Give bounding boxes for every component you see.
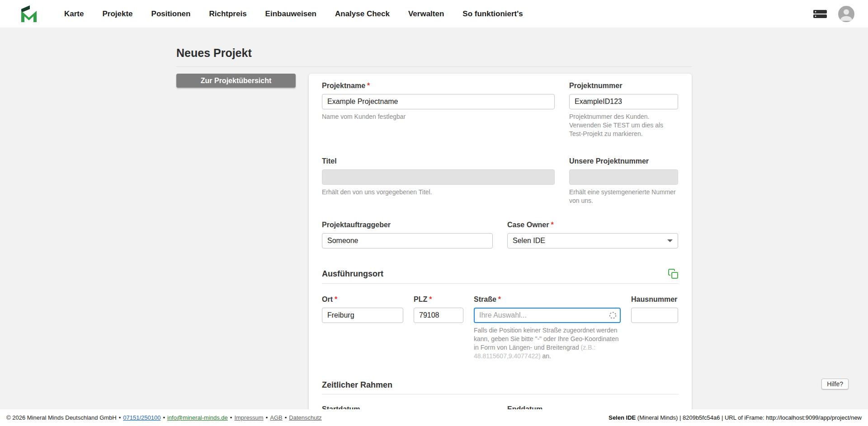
titel-input (322, 169, 555, 185)
main-content: Neues Projekt Zur Projektübersicht Proje… (0, 28, 868, 409)
footer-agb-link[interactable]: AGB (270, 414, 282, 421)
nav-right-actions (813, 6, 854, 22)
chevron-down-icon (667, 239, 673, 242)
footer-separator: • (163, 414, 165, 421)
section-divider (322, 394, 679, 394)
unsere-projektnummer-input (569, 169, 678, 185)
help-button[interactable]: Hilfe? (821, 379, 849, 389)
footer-phone-link[interactable]: 07151/250100 (123, 414, 160, 421)
main-menu: Karte Projekte Positionen Richtpreis Ein… (64, 9, 523, 19)
section-ausfuehrungsort: Ausführungsort Ort* (322, 268, 679, 360)
nav-item-einbauweisen[interactable]: Einbauweisen (265, 9, 316, 19)
title-divider (176, 66, 692, 67)
zeitlicher-rahmen-heading: Zeitlicher Rahmen (322, 380, 392, 390)
field-strasse: Straße* Falls (474, 295, 621, 360)
projektauftraggeber-input[interactable] (322, 233, 493, 248)
plz-input[interactable] (414, 308, 463, 323)
loading-spinner-icon (609, 312, 617, 319)
strasse-helper: Falls die Position keiner Straße zugeord… (474, 326, 621, 360)
footer-separator: • (230, 414, 232, 421)
field-projektauftraggeber: Projektauftraggeber (322, 221, 493, 248)
enddatum-label: Enddatum (507, 405, 678, 409)
strasse-label: Straße* (474, 295, 621, 304)
plz-label: PLZ* (414, 295, 463, 304)
top-nav: Karte Projekte Positionen Richtpreis Ein… (0, 0, 868, 28)
footer-left: © 2026 Mineral Minds Deutschland GmbH • … (6, 414, 322, 421)
footer-datenschutz-link[interactable]: Datenschutz (289, 414, 321, 421)
projektnummer-label: Projektnummer (569, 82, 678, 90)
projektauftraggeber-label: Projektauftraggeber (322, 221, 493, 229)
footer-email-link[interactable]: info@mineral-minds.de (167, 414, 228, 421)
footer-session-details: (Mineral Minds) | 8209b5fc54a6 | URL of … (636, 414, 862, 421)
nav-item-projekte[interactable]: Projekte (102, 9, 132, 19)
footer-impressum-link[interactable]: Impressum (234, 414, 263, 421)
projektname-input[interactable] (322, 94, 555, 109)
user-avatar-icon[interactable] (838, 6, 854, 22)
field-unsere-projektnummer: Unsere Projektnummer Erhält eine systemg… (569, 157, 678, 205)
nav-item-verwalten[interactable]: Verwalten (408, 9, 444, 19)
case-owner-label: Case Owner* (507, 221, 678, 229)
field-enddatum: Enddatum (507, 405, 678, 409)
section-zeitlicher-rahmen: Zeitlicher Rahmen Startdatum Enddat (322, 380, 679, 409)
required-marker: * (429, 295, 432, 303)
ausfuehrungsort-heading: Ausführungsort (322, 269, 383, 279)
required-marker: * (551, 221, 553, 229)
nav-item-positionen[interactable]: Positionen (151, 9, 191, 19)
titel-helper: Erhält den von uns vorgegebenen Titel. (322, 188, 555, 197)
field-projektname: Projektname* Name vom Kunden festlegbar (322, 82, 555, 138)
nav-item-karte[interactable]: Karte (64, 9, 84, 19)
strasse-input[interactable] (474, 308, 621, 323)
hausnummer-label: Hausnummer (631, 295, 678, 304)
field-ort: Ort* (322, 295, 403, 360)
projektnummer-input[interactable] (569, 94, 678, 109)
server-icon[interactable] (813, 9, 827, 19)
footer-user-name: Selen IDE (609, 414, 636, 421)
footer-separator: • (119, 414, 121, 421)
footer: © 2026 Mineral Minds Deutschland GmbH • … (0, 409, 868, 426)
unsere-projektnummer-helper: Erhält eine systemgenerierte Nummer von … (569, 188, 678, 205)
required-marker: * (367, 82, 370, 89)
section-divider (322, 283, 679, 284)
field-case-owner: Case Owner* Selen IDE (507, 221, 678, 248)
footer-session-info: Selen IDE (Mineral Minds) | 8209b5fc54a6… (609, 414, 862, 421)
required-marker: * (335, 295, 337, 303)
copy-icon[interactable] (668, 268, 679, 279)
mineral-minds-logo-icon[interactable] (19, 4, 39, 24)
ort-label: Ort* (322, 295, 403, 304)
startdatum-label: Startdatum (322, 405, 493, 409)
field-titel: Titel Erhält den von uns vorgegebenen Ti… (322, 157, 555, 205)
unsere-projektnummer-label: Unsere Projektnummer (569, 157, 678, 165)
required-marker: * (498, 295, 501, 303)
nav-item-analyse-check[interactable]: Analyse Check (335, 9, 390, 19)
field-plz: PLZ* (414, 295, 463, 360)
case-owner-value: Selen IDE (513, 237, 545, 245)
back-to-projects-button[interactable]: Zur Projektübersicht (176, 74, 296, 88)
nav-item-richtpreis[interactable]: Richtpreis (209, 9, 246, 19)
field-hausnummer: Hausnummer (631, 295, 678, 360)
titel-label: Titel (322, 157, 555, 165)
footer-separator: • (266, 414, 268, 421)
case-owner-select[interactable]: Selen IDE (507, 233, 678, 248)
field-projektnummer: Projektnummer Projektnummer des Kunden. … (569, 82, 678, 138)
footer-separator: • (285, 414, 287, 421)
hausnummer-input[interactable] (631, 308, 678, 323)
page-title: Neues Projekt (176, 47, 692, 60)
new-project-form-card: Projektname* Name vom Kunden festlegbar … (309, 74, 692, 409)
ort-input[interactable] (322, 308, 403, 323)
field-startdatum: Startdatum (322, 405, 493, 409)
nav-item-so-funktionierts[interactable]: So funktioniert's (462, 9, 523, 19)
projektnummer-helper: Projektnummer des Kunden. Verwenden Sie … (569, 112, 678, 138)
footer-copyright: © 2026 Mineral Minds Deutschland GmbH (6, 414, 117, 421)
projektname-label: Projektname* (322, 82, 555, 90)
projektname-helper: Name vom Kunden festlegbar (322, 112, 555, 121)
